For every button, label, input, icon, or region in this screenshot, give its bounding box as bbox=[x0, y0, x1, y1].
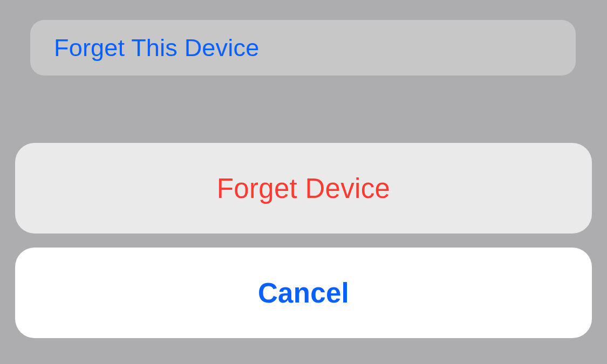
cancel-label: Cancel bbox=[258, 277, 349, 309]
forget-device-button[interactable]: Forget Device bbox=[15, 143, 592, 233]
forget-this-device-row[interactable]: Forget This Device bbox=[30, 20, 576, 75]
forget-device-label: Forget Device bbox=[217, 173, 390, 204]
forget-this-device-label: Forget This Device bbox=[54, 34, 259, 62]
cancel-button[interactable]: Cancel bbox=[15, 248, 592, 338]
